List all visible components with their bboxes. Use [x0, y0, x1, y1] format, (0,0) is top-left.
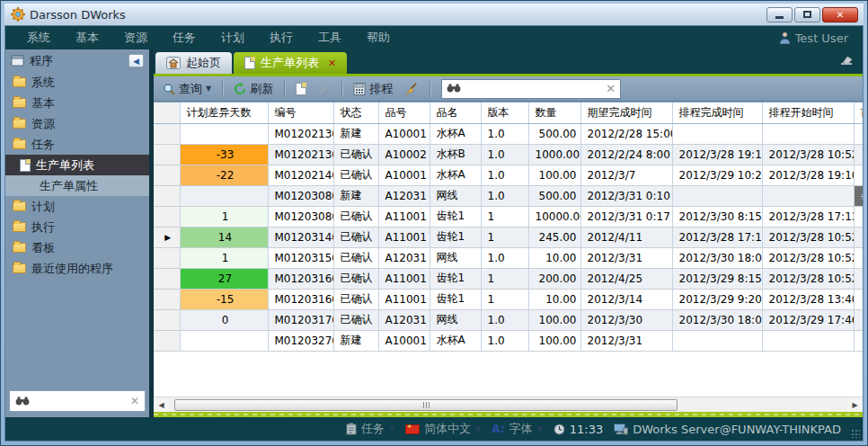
cell-sched_start[interactable] — [762, 330, 854, 351]
cell-expect[interactable]: 2012/4/11 — [580, 227, 672, 247]
cell-item_name[interactable]: 齿轮1 — [430, 289, 481, 309]
cell-item_no[interactable]: A11001 — [378, 289, 430, 309]
cell-expect[interactable]: 2012/4/25 — [580, 268, 672, 289]
cell-qty[interactable]: 10.00 — [528, 289, 580, 309]
table-row[interactable]: 27M012031601已确认A11001齿轮11200.002012/4/25… — [154, 268, 863, 289]
cell-status[interactable]: 新建 — [333, 123, 378, 144]
toolbar-search-input[interactable] — [461, 83, 606, 95]
cell-version[interactable]: 1.0 — [481, 330, 528, 351]
cell-status[interactable]: 新建 — [333, 330, 378, 351]
cell-diff[interactable]: 1 — [180, 247, 268, 268]
clear-button[interactable] — [401, 81, 422, 97]
cell-qty[interactable]: 100.00 — [528, 330, 580, 351]
cell-version[interactable]: 1 — [481, 227, 528, 247]
menu-item-2[interactable]: 基本 — [63, 30, 111, 46]
cell-diff[interactable] — [180, 330, 268, 351]
sidebar-search-clear-icon[interactable]: ✕ — [130, 395, 139, 407]
cell-sched_end[interactable]: 2012/3/30 8:15 — [672, 206, 762, 227]
cell-code[interactable]: M012031501 — [268, 247, 333, 268]
cell-item_name[interactable]: 齿轮1 — [430, 206, 481, 227]
cell-item_name[interactable]: 水杯B — [430, 144, 481, 165]
sidebar-item-5[interactable]: 生产单列表 — [5, 155, 149, 175]
table-row[interactable]: 1M012031501已确认A12031网线1.010.002012/3/312… — [154, 247, 863, 268]
cell-code[interactable]: M012031402 — [268, 227, 333, 247]
cell-code[interactable]: M012030801 — [268, 185, 333, 206]
sidebar-item-7[interactable]: 计划 — [5, 196, 149, 217]
task-selector[interactable]: 任务 ▼ — [346, 421, 394, 437]
column-header-4[interactable]: 品号 — [378, 103, 430, 123]
menu-item-1[interactable]: 系统 — [14, 30, 63, 46]
cell-extra[interactable]: # — [854, 185, 863, 206]
cell-status[interactable]: 已确认 — [333, 247, 378, 268]
query-button[interactable]: 查询 ▼ — [159, 79, 215, 99]
column-header-3[interactable]: 状态 — [333, 103, 378, 123]
cell-status[interactable]: 已确认 — [333, 206, 378, 227]
cell-item_no[interactable]: A12031 — [378, 247, 430, 268]
table-row[interactable]: -22M012021401已确认A10001水杯A1.0100.002012/3… — [154, 165, 863, 185]
cell-extra[interactable] — [854, 227, 863, 247]
table-row[interactable]: -15M012031602已确认A11001齿轮1110.002012/3/14… — [154, 289, 863, 309]
cell-version[interactable]: 1.0 — [481, 247, 528, 268]
cell-expect[interactable]: 2012/2/24 8:00 — [580, 144, 672, 165]
cell-item_no[interactable]: A12031 — [378, 185, 430, 206]
cell-qty[interactable]: 200.00 — [528, 268, 580, 289]
menu-item-5[interactable]: 计划 — [208, 30, 257, 46]
tab-start-page[interactable]: 起始页 — [155, 52, 232, 74]
cell-item_name[interactable]: 网线 — [430, 247, 481, 268]
cell-expect[interactable]: 2012/3/31 0:17 — [580, 206, 672, 227]
cell-sched_end[interactable]: 2012/3/29 10:20 — [672, 165, 762, 185]
close-button[interactable]: ✕ — [822, 7, 858, 22]
cell-diff[interactable] — [180, 123, 268, 144]
cell-extra[interactable] — [854, 289, 863, 309]
cell-code[interactable]: M012021302 — [268, 144, 333, 165]
cell-diff[interactable]: 27 — [180, 268, 268, 289]
cell-extra[interactable] — [854, 144, 863, 165]
sidebar-search-input[interactable] — [30, 395, 130, 407]
cell-expect[interactable]: 2012/3/31 — [580, 330, 672, 351]
cell-extra[interactable] — [854, 268, 863, 289]
cell-item_no[interactable]: A11001 — [378, 227, 430, 247]
cell-item_no[interactable]: A11001 — [378, 268, 430, 289]
cell-code[interactable]: M012032701 — [268, 330, 333, 351]
cell-extra[interactable] — [854, 309, 863, 330]
column-header-9[interactable]: 排程完成时间 — [672, 103, 762, 123]
cell-item_no[interactable]: A10001 — [378, 330, 430, 351]
table-row[interactable]: ▶14M012031402已确认A11001齿轮11245.002012/4/1… — [154, 227, 863, 247]
cell-sched_end[interactable]: 2012/3/28 19:10 — [672, 144, 762, 165]
cell-version[interactable]: 1 — [481, 268, 528, 289]
sidebar-item-8[interactable]: 执行 — [5, 217, 149, 237]
cell-version[interactable]: 1.0 — [481, 309, 528, 330]
cell-sched_end[interactable] — [672, 330, 762, 351]
table-row[interactable]: M012030801新建A12031网线1.0500.002012/3/31 0… — [154, 185, 863, 206]
cell-item_name[interactable]: 网线 — [430, 309, 481, 330]
cell-sched_start[interactable]: 2012/3/29 17:46 — [762, 309, 854, 330]
table-row[interactable]: M012032701新建A10001水杯A1.0100.002012/3/31 — [154, 330, 863, 351]
cell-expect[interactable]: 2012/3/31 — [580, 247, 672, 268]
cell-sched_end[interactable]: 2012/3/30 18:00 — [672, 309, 762, 330]
toolbar-search-clear-icon[interactable]: ✕ — [606, 82, 616, 95]
cell-item_name[interactable]: 水杯A — [430, 330, 481, 351]
cell-extra[interactable] — [854, 206, 863, 227]
cell-sched_end[interactable] — [672, 123, 762, 144]
font-selector[interactable]: A: 字体 ▼ — [492, 421, 542, 437]
cell-diff[interactable] — [180, 185, 268, 206]
column-header-1[interactable]: 计划差异天数 — [180, 103, 268, 123]
sidebar-item-9[interactable]: 看板 — [5, 237, 149, 258]
minimize-button[interactable] — [766, 7, 793, 22]
cell-sched_end[interactable]: 2012/3/28 17:13 — [672, 227, 762, 247]
cell-status[interactable]: 已确认 — [333, 268, 378, 289]
cell-item_name[interactable]: 齿轮1 — [430, 227, 481, 247]
menu-item-3[interactable]: 资源 — [111, 30, 160, 46]
menu-item-8[interactable]: 帮助 — [354, 30, 403, 46]
cell-qty[interactable]: 100.00 — [528, 309, 580, 330]
cell-sched_end[interactable]: 2012/3/29 8:15 — [672, 268, 762, 289]
scroll-right-icon[interactable]: ▶ — [847, 398, 863, 412]
cell-diff[interactable]: -22 — [180, 165, 268, 185]
maximize-button[interactable] — [794, 7, 820, 22]
tab-close-icon[interactable]: ✕ — [328, 58, 336, 69]
cell-sched_start[interactable]: 2012/3/28 10:52 — [762, 268, 854, 289]
cell-sched_start[interactable]: 2012/3/28 17:13 — [762, 206, 854, 227]
cell-extra[interactable] — [854, 247, 863, 268]
column-header-6[interactable]: 版本 — [481, 103, 528, 123]
cell-version[interactable]: 1.0 — [481, 144, 528, 165]
